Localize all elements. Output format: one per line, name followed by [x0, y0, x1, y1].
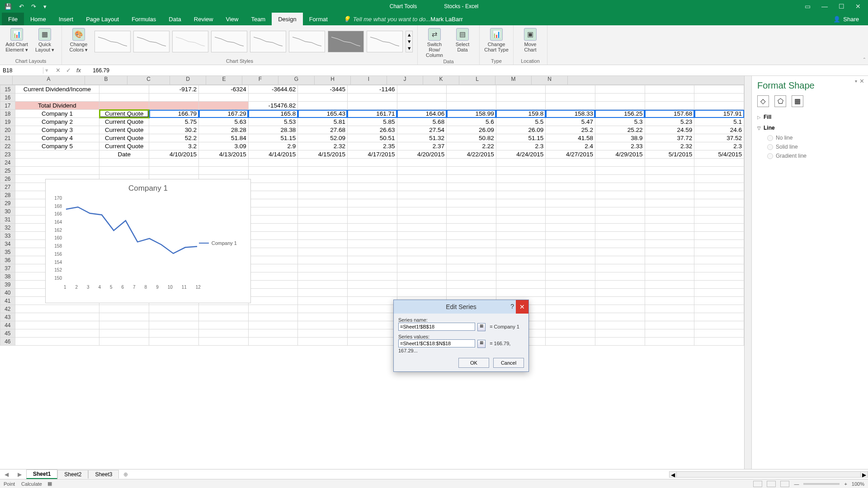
cell[interactable]: [694, 297, 744, 305]
vertical-scrollbar[interactable]: [744, 76, 751, 469]
tell-me-search[interactable]: 💡 Tell me what you want to do...: [334, 13, 431, 25]
cell[interactable]: [447, 264, 496, 272]
help-icon[interactable]: ?: [510, 303, 514, 310]
col-header-N[interactable]: N: [532, 76, 568, 84]
col-header-B[interactable]: B: [85, 76, 127, 84]
fx-icon[interactable]: fx: [76, 67, 81, 74]
cell[interactable]: 158.99: [447, 110, 496, 118]
cell[interactable]: Current Quote: [99, 126, 149, 134]
col-header-I[interactable]: I: [351, 76, 387, 84]
cell[interactable]: 2.22: [447, 142, 496, 150]
cell[interactable]: [298, 289, 348, 297]
cell[interactable]: [298, 321, 348, 329]
cell[interactable]: [447, 199, 496, 207]
cell[interactable]: [546, 167, 595, 175]
cell[interactable]: 28.28: [199, 126, 249, 134]
move-chart-button[interactable]: ▣Move Chart: [518, 28, 542, 52]
cell[interactable]: [447, 207, 496, 216]
cell[interactable]: [645, 321, 694, 329]
change-chart-type-button[interactable]: 📊Change Chart Type: [484, 28, 509, 52]
cell[interactable]: [496, 199, 546, 207]
cell[interactable]: [248, 313, 298, 321]
cell[interactable]: 156.25: [595, 110, 645, 118]
cell[interactable]: [694, 159, 744, 167]
cell[interactable]: [298, 224, 348, 232]
cell[interactable]: 24.6: [694, 126, 744, 134]
cell[interactable]: [546, 256, 595, 264]
cell[interactable]: [694, 281, 744, 289]
cell[interactable]: [496, 248, 546, 256]
cell[interactable]: [546, 305, 595, 313]
row-header[interactable]: 31: [0, 216, 15, 224]
cell[interactable]: 166.79: [149, 110, 199, 118]
cell[interactable]: [645, 329, 694, 338]
gradient-line-option[interactable]: Gradient line: [767, 151, 863, 160]
cell[interactable]: -917.2: [149, 85, 199, 94]
gallery-more-icon[interactable]: ▾: [406, 45, 412, 52]
confirm-entry-icon[interactable]: ✓: [66, 67, 71, 74]
page-break-view-icon[interactable]: [780, 481, 789, 487]
tab-view[interactable]: View: [219, 13, 245, 25]
select-data-button[interactable]: ▤Select Data: [450, 28, 475, 52]
cell[interactable]: [298, 175, 348, 183]
cell[interactable]: [546, 199, 595, 207]
tab-team[interactable]: Team: [245, 13, 272, 25]
cell[interactable]: [645, 338, 694, 346]
col-header-L[interactable]: L: [459, 76, 495, 84]
cell[interactable]: [397, 159, 447, 167]
cell[interactable]: [397, 207, 447, 216]
cell[interactable]: 157.68: [645, 110, 694, 118]
cell[interactable]: [248, 248, 298, 256]
cell[interactable]: [248, 321, 298, 329]
row-header[interactable]: 19: [0, 118, 15, 126]
scroll-left-icon[interactable]: ◀: [670, 472, 677, 477]
embedded-chart[interactable]: Company 1 170168166164162160158156154152…: [45, 179, 251, 303]
cell[interactable]: [447, 94, 496, 102]
cell[interactable]: [347, 240, 397, 248]
cell[interactable]: [645, 281, 694, 289]
cell[interactable]: [347, 272, 397, 281]
add-sheet-icon[interactable]: ⊕: [119, 471, 132, 478]
cell[interactable]: [694, 232, 744, 240]
tab-format[interactable]: Format: [303, 13, 334, 25]
row-header[interactable]: 15: [0, 85, 15, 94]
cell[interactable]: [298, 183, 348, 191]
cell[interactable]: [347, 216, 397, 224]
cell[interactable]: 5.3: [595, 118, 645, 126]
row-header[interactable]: 18: [0, 110, 15, 118]
cell[interactable]: 37.52: [694, 134, 744, 142]
cell[interactable]: 52.09: [298, 134, 348, 142]
cell[interactable]: [248, 281, 298, 289]
cell[interactable]: [694, 313, 744, 321]
zoom-out-icon[interactable]: —: [794, 481, 799, 487]
row-header[interactable]: 42: [0, 305, 15, 313]
cell[interactable]: 50.82: [447, 134, 496, 142]
cell[interactable]: Company 5: [15, 142, 99, 150]
cell[interactable]: [694, 199, 744, 207]
cell[interactable]: [347, 248, 397, 256]
cell[interactable]: 2.3: [496, 142, 546, 150]
cell[interactable]: [347, 329, 397, 338]
cell[interactable]: [496, 94, 546, 102]
cell[interactable]: [496, 102, 546, 110]
col-header-M[interactable]: M: [495, 76, 532, 84]
cell[interactable]: 2.32: [298, 142, 348, 150]
cell[interactable]: [496, 264, 546, 272]
row-header[interactable]: 44: [0, 321, 15, 329]
tab-file[interactable]: File: [2, 13, 24, 25]
cell[interactable]: -15476.82: [248, 102, 298, 110]
row-header[interactable]: 28: [0, 191, 15, 199]
cell[interactable]: [248, 159, 298, 167]
pane-close-icon[interactable]: ✕: [859, 78, 864, 84]
cell[interactable]: [595, 338, 645, 346]
row-header[interactable]: 22: [0, 142, 15, 150]
scroll-right-icon[interactable]: ▶: [860, 472, 868, 477]
cell[interactable]: [248, 94, 298, 102]
cell[interactable]: [595, 232, 645, 240]
cell[interactable]: [15, 321, 99, 329]
cell[interactable]: [694, 248, 744, 256]
cell[interactable]: [694, 338, 744, 346]
cell[interactable]: [347, 338, 397, 346]
row-header[interactable]: 37: [0, 264, 15, 272]
cell[interactable]: Company 1: [15, 110, 99, 118]
